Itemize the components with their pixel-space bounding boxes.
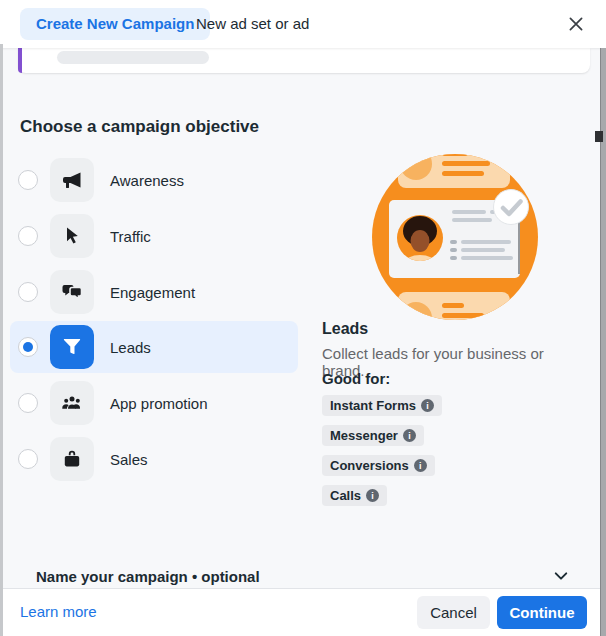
info-icon[interactable] [366, 489, 379, 502]
detail-title: Leads [322, 320, 368, 338]
objective-option-awareness[interactable]: Awareness [10, 154, 298, 206]
objective-option-traffic[interactable]: Traffic [10, 210, 298, 262]
radio-unselected[interactable] [18, 393, 38, 413]
objective-option-engagement[interactable]: Engagement [10, 266, 298, 318]
objective-label: App promotion [110, 395, 208, 412]
funnel-icon [50, 325, 94, 369]
info-icon[interactable] [414, 459, 427, 472]
tag-calls[interactable]: Calls [322, 485, 387, 506]
objective-label: Sales [110, 451, 148, 468]
radio-unselected[interactable] [18, 282, 38, 302]
chat-bubbles-icon [50, 270, 94, 314]
info-icon[interactable] [421, 399, 434, 412]
scrollbar-artifact [595, 131, 603, 142]
name-campaign-label: Name your campaign • optional [36, 568, 260, 585]
megaphone-icon [50, 158, 94, 202]
objective-label: Awareness [110, 172, 184, 189]
objective-option-app-promotion[interactable]: App promotion [10, 377, 298, 429]
tab-new-ad-set-or-ad[interactable]: New ad set or ad [196, 0, 309, 48]
objective-label: Engagement [110, 284, 195, 301]
placeholder-bar [57, 51, 209, 64]
objective-label: Leads [110, 339, 151, 356]
radio-unselected[interactable] [18, 449, 38, 469]
tag-label: Conversions [330, 458, 409, 473]
tag-label: Instant Forms [330, 398, 416, 413]
objective-option-sales[interactable]: Sales [10, 433, 298, 485]
page-edge-left [0, 44, 3, 636]
shopping-bag-icon [50, 437, 94, 481]
section-title: Choose a campaign objective [20, 117, 259, 137]
tab-create-new-campaign[interactable]: Create New Campaign [20, 8, 210, 40]
dialog-body: Choose a campaign objective Awareness Tr… [0, 48, 606, 589]
tag-messenger[interactable]: Messenger [322, 425, 424, 446]
card-accent-bar [18, 48, 22, 73]
radio-selected[interactable] [18, 337, 38, 357]
tag-instant-forms[interactable]: Instant Forms [322, 395, 442, 416]
good-for-tags: Instant Forms Messenger Conversions Call… [322, 395, 442, 506]
create-campaign-dialog: Create New Campaign New ad set or ad Cho… [0, 0, 606, 636]
buying-type-card [18, 48, 590, 73]
dialog-header: Create New Campaign New ad set or ad [0, 0, 606, 48]
objective-option-leads[interactable]: Leads [10, 321, 298, 373]
objective-label: Traffic [110, 228, 151, 245]
close-icon [564, 12, 588, 36]
learn-more-link[interactable]: Learn more [20, 589, 97, 635]
continue-button[interactable]: Continue [497, 596, 587, 629]
good-for-label: Good for: [322, 370, 390, 387]
radio-unselected[interactable] [18, 170, 38, 190]
info-icon[interactable] [403, 429, 416, 442]
close-button[interactable] [564, 12, 588, 36]
tag-label: Messenger [330, 428, 398, 443]
cursor-icon [50, 214, 94, 258]
dialog-footer: Learn more Cancel Continue [0, 588, 606, 636]
tag-conversions[interactable]: Conversions [322, 455, 435, 476]
radio-unselected[interactable] [18, 226, 38, 246]
people-group-icon [50, 381, 94, 425]
cancel-button[interactable]: Cancel [417, 596, 490, 629]
leads-illustration [370, 152, 540, 322]
tag-label: Calls [330, 488, 361, 503]
chevron-down-icon[interactable] [552, 567, 570, 585]
name-campaign-section[interactable]: Name your campaign • optional [0, 566, 606, 589]
